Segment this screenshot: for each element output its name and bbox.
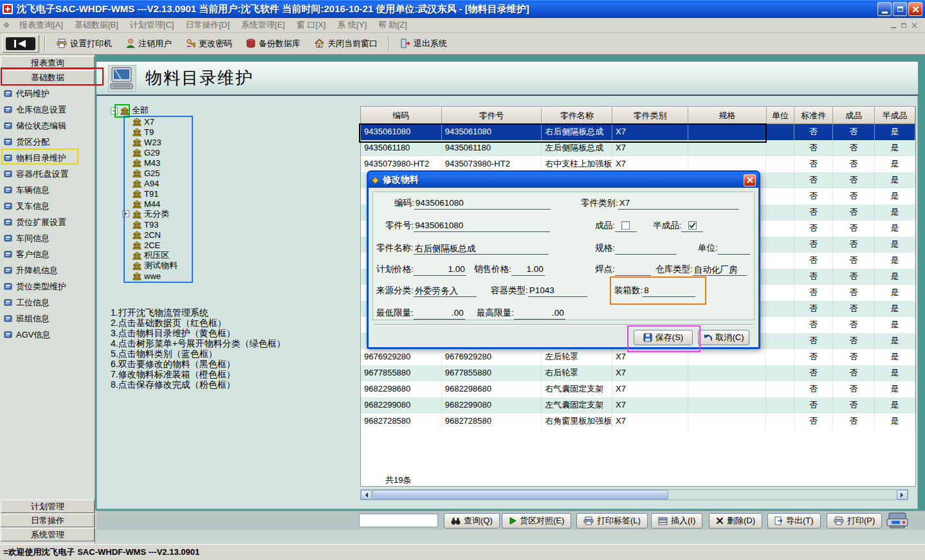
zone-compare-button[interactable]: 货区对照(E) bbox=[502, 513, 571, 528]
restore-button[interactable] bbox=[893, 2, 907, 16]
warehouse-type-input[interactable]: 自动化厂房 bbox=[693, 264, 747, 276]
menu-item[interactable]: 计划管理[C] bbox=[125, 18, 179, 32]
print-button[interactable]: 打印(P) bbox=[827, 513, 882, 528]
plan-price-input[interactable]: 1.00 bbox=[414, 264, 466, 276]
table-row[interactable]: 9682298680 9682298680 右气囊固定支架 X7 否 否 是 bbox=[361, 381, 915, 397]
print-label-button[interactable]: 打印标签(L) bbox=[576, 513, 648, 528]
close-current-window-button[interactable]: 关闭当前窗口 bbox=[309, 35, 383, 53]
column-header[interactable]: 编码 bbox=[361, 107, 442, 124]
sidebar-item[interactable]: 车辆信息 bbox=[0, 182, 95, 198]
nav-first-button[interactable] bbox=[2, 35, 39, 53]
table-row[interactable]: 9676929280 9676929280 左后轮罩 X7 否 否 是 bbox=[361, 349, 915, 365]
tree-node[interactable]: M43 bbox=[133, 158, 226, 168]
tree-node[interactable]: T9 bbox=[133, 127, 226, 137]
tree-node[interactable]: W23 bbox=[133, 137, 226, 147]
backup-database-button[interactable]: 备份数据库 bbox=[241, 35, 306, 53]
sidebar-item[interactable]: 货位类型维护 bbox=[0, 278, 95, 294]
tree-node[interactable]: wwe bbox=[133, 271, 226, 281]
max-limit-input[interactable]: .00 bbox=[514, 308, 565, 320]
change-password-button[interactable]: 更改密码 bbox=[180, 35, 238, 53]
tree-node[interactable]: M44 bbox=[133, 199, 226, 209]
tree-node[interactable]: T91 bbox=[133, 188, 226, 199]
menu-item[interactable]: 帮 助[Z] bbox=[373, 18, 412, 32]
scrollbar-thumb[interactable] bbox=[372, 490, 668, 500]
tree-node[interactable]: 测试物料 bbox=[133, 260, 226, 271]
set-printer-button[interactable]: 设置打印机 bbox=[51, 35, 118, 53]
semi-checkbox[interactable] bbox=[688, 221, 697, 230]
scroll-right-button[interactable] bbox=[897, 490, 908, 500]
sidebar-group-base-data[interactable]: 基础数据 bbox=[1, 70, 95, 85]
dialog-close-button[interactable] bbox=[744, 174, 756, 186]
close-button[interactable] bbox=[908, 2, 922, 16]
tree-node[interactable]: X7 bbox=[133, 116, 226, 127]
table-row[interactable]: 9682728580 9682728580 右角窗里板加强板 X7 否 否 是 bbox=[361, 413, 915, 429]
mdi-close-icon[interactable] bbox=[911, 23, 917, 28]
tree-node[interactable]: G25 bbox=[133, 168, 226, 178]
insert-button[interactable]: 插入(I) bbox=[651, 513, 702, 528]
search-input[interactable] bbox=[359, 514, 438, 527]
mdi-restore-icon[interactable] bbox=[901, 23, 906, 28]
column-header[interactable]: 单位 bbox=[767, 107, 795, 124]
table-row[interactable]: 9435061080 9435061080 右后侧隔板总成 X7 否 否 是 bbox=[361, 124, 915, 140]
table-row[interactable]: 9435061180 9435061180 左后侧隔板总成 X7 否 否 是 bbox=[361, 140, 915, 156]
tree-node[interactable]: G29 bbox=[133, 147, 226, 158]
tree-node[interactable]: 2CE bbox=[133, 240, 226, 250]
menu-item[interactable]: 系统管理[E] bbox=[236, 18, 290, 32]
expander-minus-icon[interactable] bbox=[111, 107, 118, 114]
finished-checkbox[interactable] bbox=[621, 221, 630, 230]
export-button[interactable]: 导出(T) bbox=[767, 513, 821, 528]
menu-item[interactable]: 窗 口[X] bbox=[291, 18, 331, 32]
spec-input[interactable] bbox=[615, 243, 677, 255]
sidebar-item[interactable]: 客户信息 bbox=[0, 246, 95, 262]
menu-item[interactable]: 系 统[Y] bbox=[332, 18, 372, 32]
column-header[interactable]: 标准件 bbox=[794, 107, 833, 124]
menu-item[interactable]: 基础数据[B] bbox=[69, 18, 124, 32]
category-input[interactable]: X7 bbox=[618, 198, 739, 210]
table-row[interactable]: 9677855880 9677855880 右后轮罩 X7 否 否 是 bbox=[361, 365, 915, 381]
menu-item[interactable]: 日常操作[D] bbox=[180, 18, 235, 32]
unit-input[interactable] bbox=[718, 243, 750, 255]
source-type-input[interactable]: 外委劳务入 bbox=[414, 285, 477, 297]
sidebar-item[interactable]: 仓库信息设置 bbox=[0, 102, 95, 118]
tree-node[interactable]: A94 bbox=[133, 178, 226, 188]
sidebar-item[interactable]: 班组信息 bbox=[0, 311, 95, 327]
sidebar-item[interactable]: 车间信息 bbox=[0, 230, 95, 246]
sale-price-input[interactable]: 1.00 bbox=[511, 264, 545, 276]
sidebar-group-report-query[interactable]: 报表查询 bbox=[1, 56, 95, 69]
column-header[interactable]: 零件类别 bbox=[612, 107, 688, 124]
sidebar-item[interactable]: 叉车信息 bbox=[0, 198, 95, 214]
expander-plus-icon[interactable] bbox=[122, 210, 129, 217]
sidebar-item[interactable]: AGV信息 bbox=[0, 327, 95, 343]
sidebar-item[interactable]: 容器/托盘设置 bbox=[0, 166, 95, 182]
box-qty-input[interactable]: 8 bbox=[643, 285, 695, 297]
sidebar-item[interactable]: 货区分配 bbox=[0, 134, 95, 150]
exit-system-button[interactable]: 退出系统 bbox=[395, 35, 453, 53]
min-limit-input[interactable]: .00 bbox=[414, 308, 465, 320]
column-header[interactable]: 规格 bbox=[688, 107, 767, 124]
minimize-button[interactable] bbox=[877, 2, 892, 16]
container-type-input[interactable]: P1043 bbox=[528, 285, 587, 297]
save-button[interactable]: 保存(S) bbox=[634, 330, 693, 345]
delete-button[interactable]: 删除(D) bbox=[709, 513, 762, 528]
logout-user-button[interactable]: 注销用户 bbox=[120, 35, 178, 53]
output-device-icon[interactable] bbox=[886, 512, 908, 529]
sidebar-item[interactable]: 物料目录维护 bbox=[0, 150, 95, 166]
sidebar-item[interactable]: 代码维护 bbox=[0, 86, 95, 102]
column-header[interactable]: 成品 bbox=[833, 107, 875, 124]
menu-item[interactable]: 报表查询[A] bbox=[14, 18, 68, 32]
table-row[interactable]: 9682299080 9682299080 左气囊固定支架 X7 否 否 是 bbox=[361, 397, 915, 413]
weld-input[interactable] bbox=[615, 264, 651, 276]
tree-node[interactable]: 2CN bbox=[133, 230, 226, 240]
tree-node[interactable]: T93 bbox=[133, 219, 226, 230]
cancel-button[interactable]: 取消(C) bbox=[698, 330, 749, 345]
column-header[interactable]: 半成品 bbox=[875, 107, 915, 124]
sidebar-item[interactable]: 工位信息 bbox=[0, 294, 95, 311]
tree-root-node[interactable]: 全部 bbox=[111, 105, 226, 116]
sidebar-item[interactable]: 升降机信息 bbox=[0, 262, 95, 278]
column-header[interactable]: 零件名称 bbox=[542, 107, 612, 124]
scroll-left-button[interactable] bbox=[361, 490, 372, 500]
sidebar-item[interactable]: 储位状态编辑 bbox=[0, 118, 95, 134]
tree-node[interactable]: 积压区 bbox=[133, 250, 226, 260]
sidebar-group-daily-ops[interactable]: 日常操作 bbox=[1, 514, 95, 527]
dialog-titlebar[interactable]: 修改物料 bbox=[369, 172, 758, 188]
